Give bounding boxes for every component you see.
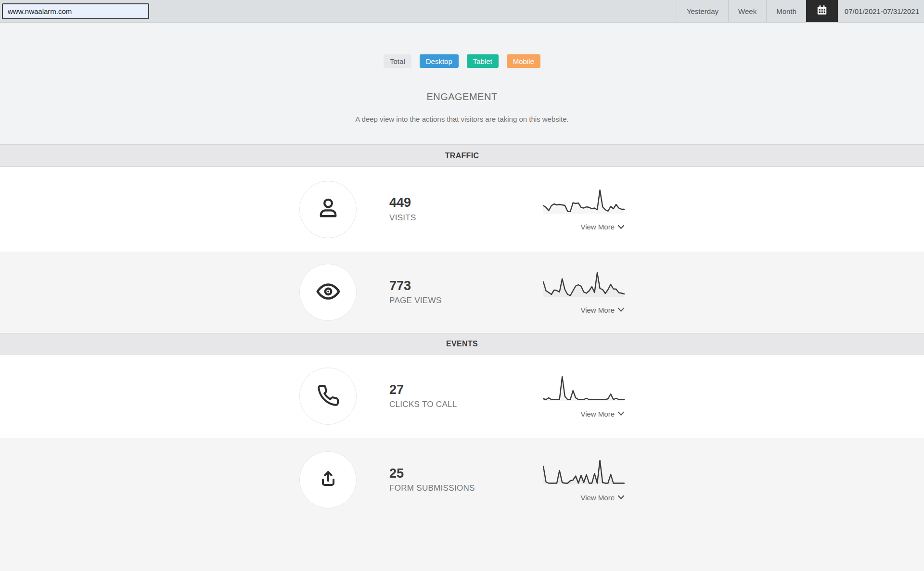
tab-week[interactable]: Week — [728, 0, 766, 22]
form-submissions-sparkline — [543, 458, 625, 486]
filter-total-button[interactable]: Total — [384, 54, 411, 68]
metric-row-clicks-to-call: 27 CLICKS TO CALL View More — [0, 355, 924, 438]
eye-icon — [315, 278, 342, 307]
chevron-down-icon — [617, 305, 625, 314]
metric-row-visits: 449 VISITS View More — [0, 167, 924, 252]
metric-value: 449 — [389, 196, 416, 210]
calendar-icon — [816, 4, 828, 18]
url-input[interactable] — [2, 3, 149, 19]
metric-icon-circle — [299, 451, 357, 508]
spark-block: View More — [543, 374, 625, 418]
metric-value: 773 — [389, 279, 442, 293]
metric-label: PAGE VIEWS — [389, 296, 442, 305]
date-range-display: 07/01/2021-07/31/2021 — [838, 0, 924, 22]
section-title: TRAFFIC — [445, 152, 479, 160]
metric-value: 25 — [389, 467, 475, 481]
metric-value: 27 — [389, 383, 457, 397]
view-more-label: View More — [580, 494, 615, 502]
filter-mobile-button[interactable]: Mobile — [507, 54, 540, 68]
spark-block: View More — [543, 270, 625, 314]
view-more-clicks-to-call[interactable]: View More — [543, 409, 625, 418]
view-more-label: View More — [580, 410, 615, 418]
section-header-events: EVENTS — [0, 333, 924, 355]
phone-icon — [317, 384, 340, 409]
chevron-down-icon — [617, 223, 625, 231]
page-views-sparkline — [543, 270, 625, 298]
top-bar: Yesterday Week Month 07/01/2021-07/31/20… — [0, 0, 924, 23]
clicks-to-call-sparkline — [543, 374, 625, 402]
metric-text: 449 VISITS — [389, 196, 416, 223]
view-more-label: View More — [580, 223, 615, 231]
view-more-visits[interactable]: View More — [543, 223, 625, 231]
metric-icon-circle — [299, 264, 357, 321]
filter-tablet-button[interactable]: Tablet — [467, 54, 499, 68]
filter-desktop-button[interactable]: Desktop — [420, 54, 459, 68]
view-more-page-views[interactable]: View More — [543, 305, 625, 314]
section-header-traffic: TRAFFIC — [0, 144, 924, 167]
spark-block: View More — [543, 188, 625, 231]
user-icon — [316, 196, 341, 223]
view-more-label: View More — [580, 306, 615, 314]
metric-row-page-views: 773 PAGE VIEWS View More — [0, 252, 924, 333]
metric-label: FORM SUBMISSIONS — [389, 483, 475, 493]
metric-label: VISITS — [389, 213, 416, 223]
chevron-down-icon — [617, 409, 625, 418]
tab-yesterday[interactable]: Yesterday — [677, 0, 728, 22]
metric-text: 25 FORM SUBMISSIONS — [389, 467, 475, 494]
section-title: EVENTS — [446, 340, 478, 348]
metric-label: CLICKS TO CALL — [389, 400, 457, 409]
spark-block: View More — [543, 458, 625, 502]
chevron-down-icon — [617, 493, 625, 502]
device-filter-group: Total Desktop Tablet Mobile — [0, 54, 924, 68]
view-more-form-submissions[interactable]: View More — [543, 493, 625, 502]
page-title: ENGAGEMENT — [0, 91, 924, 102]
metric-row-form-submissions: 25 FORM SUBMISSIONS View More — [0, 438, 924, 522]
date-range-controls: Yesterday Week Month 07/01/2021-07/31/20… — [677, 0, 924, 22]
tab-month[interactable]: Month — [766, 0, 806, 22]
calendar-picker-button[interactable] — [806, 0, 838, 22]
metric-icon-circle — [299, 181, 357, 238]
engagement-header-area: Total Desktop Tablet Mobile ENGAGEMENT A… — [0, 23, 924, 144]
metric-text: 773 PAGE VIEWS — [389, 279, 442, 306]
upload-icon — [317, 468, 340, 493]
visits-sparkline — [543, 188, 625, 216]
metric-text: 27 CLICKS TO CALL — [389, 383, 457, 410]
page-subtitle: A deep view into the actions that visito… — [0, 115, 924, 144]
metric-icon-circle — [299, 368, 357, 425]
bottom-filler — [0, 522, 924, 569]
